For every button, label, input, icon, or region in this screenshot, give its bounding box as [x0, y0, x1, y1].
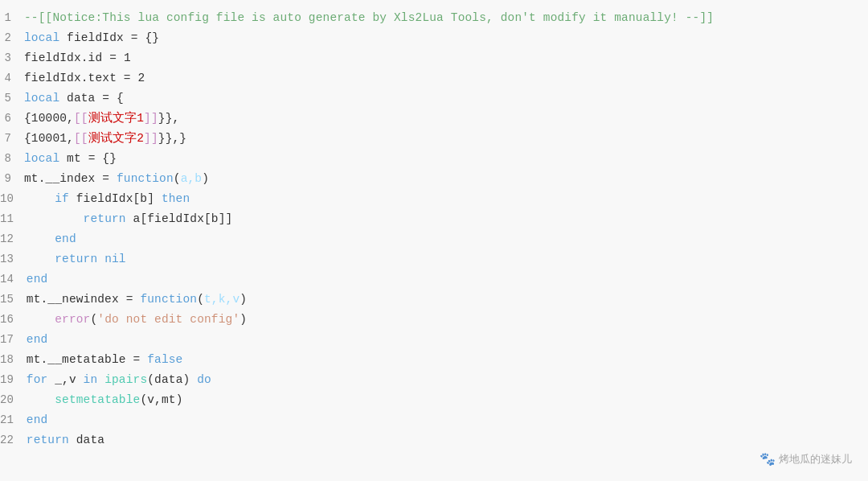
- code-segment: =: [109, 51, 124, 64]
- code-segment: return: [55, 253, 97, 265]
- code-line: 18mt.__metatable = false: [0, 350, 868, 370]
- code-segment: then: [162, 192, 190, 205]
- code-segment: mt.__metatable: [27, 353, 133, 366]
- code-segment: ]]: [144, 112, 158, 125]
- line-content: local fieldIdx = {}: [24, 28, 159, 48]
- code-segment: ): [202, 172, 209, 185]
- code-segment: function: [140, 293, 197, 306]
- line-content: return data: [27, 430, 104, 450]
- code-segment: in: [84, 373, 98, 386]
- code-segment: {}: [102, 152, 117, 165]
- code-segment: error: [55, 313, 90, 326]
- line-content: if fieldIdx[b] then: [27, 189, 190, 209]
- code-segment: a[fieldIdx[b]]: [126, 212, 233, 225]
- code-line: 13 return nil: [0, 249, 868, 269]
- code-segment: =: [88, 152, 103, 165]
- code-line: 9mt.__index = function(a,b): [0, 169, 868, 189]
- line-content: mt.__index = function(a,b): [24, 169, 209, 189]
- line-content: local data = {: [24, 88, 124, 109]
- line-content: end: [27, 330, 48, 350]
- line-number: 13: [0, 249, 27, 269]
- code-line: 12 end: [0, 229, 868, 249]
- watermark: 🐾 烤地瓜的迷妹儿: [760, 451, 852, 467]
- code-segment: [27, 232, 55, 245]
- code-line: 19for _,v in ipairs(data) do: [0, 370, 868, 390]
- code-segment: data: [154, 373, 182, 386]
- code-line: 11 return a[fieldIdx[b]]: [0, 209, 868, 229]
- line-number: 7: [0, 129, 24, 149]
- code-line: 3fieldIdx.id = 1: [0, 48, 868, 68]
- code-segment: fieldIdx[b]: [69, 192, 162, 205]
- code-segment: mt.__index: [24, 172, 102, 185]
- line-content: for _,v in ipairs(data) do: [27, 370, 211, 390]
- line-number: 16: [0, 310, 27, 330]
- code-segment: =: [124, 72, 138, 84]
- code-segment: a,b: [181, 172, 203, 185]
- line-content: end: [27, 229, 76, 249]
- code-segment: end: [27, 413, 48, 426]
- code-line: 20 setmetatable(v,mt): [0, 390, 868, 410]
- line-content: mt.__metatable = false: [27, 350, 183, 370]
- code-segment: data: [69, 434, 104, 446]
- code-line: 21end: [0, 410, 868, 430]
- code-segment: =: [133, 353, 148, 366]
- code-segment: ): [240, 313, 247, 326]
- code-segment: 测试文字1: [88, 112, 144, 125]
- line-number: 9: [0, 169, 24, 189]
- code-line: 7{10001,[[测试文字2]]}},}: [0, 129, 868, 149]
- line-content: --[[Notice:This lua config file is auto …: [24, 8, 714, 28]
- line-content: {10001,[[测试文字2]]}},}: [24, 129, 186, 149]
- code-segment: (: [140, 393, 147, 406]
- line-content: setmetatable(v,mt): [27, 390, 183, 410]
- code-segment: return: [84, 212, 126, 225]
- code-segment: ]]: [144, 132, 158, 145]
- code-segment: mt.__newindex: [27, 293, 126, 306]
- code-line: 14end: [0, 269, 868, 290]
- line-content: {10000,[[测试文字1]]}},: [24, 109, 179, 129]
- line-number: 1: [0, 8, 24, 28]
- code-segment: {10000,: [24, 112, 74, 125]
- code-line: 15mt.__newindex = function(t,k,v): [0, 290, 868, 310]
- code-line: 4fieldIdx.text = 2: [0, 68, 868, 88]
- code-segment: ): [183, 373, 198, 386]
- code-segment: [97, 373, 104, 386]
- code-segment: =: [102, 172, 117, 185]
- code-segment: [[: [74, 112, 88, 125]
- code-line: 5local data = {: [0, 88, 868, 109]
- code-segment: _,v: [47, 373, 83, 386]
- line-content: end: [27, 269, 48, 290]
- code-segment: local: [24, 92, 59, 105]
- code-segment: mt: [59, 152, 88, 165]
- line-content: mt.__newindex = function(t,k,v): [27, 290, 247, 310]
- code-segment: if: [55, 192, 69, 205]
- code-line: 16 error('do not edit config'): [0, 310, 868, 330]
- code-segment: return: [27, 434, 69, 446]
- code-segment: [27, 253, 55, 265]
- line-content: error('do not edit config'): [27, 310, 247, 330]
- code-segment: fieldIdx.id: [24, 51, 109, 64]
- code-segment: end: [55, 232, 76, 245]
- code-segment: end: [27, 333, 48, 346]
- code-segment: [27, 192, 55, 205]
- code-line: 22return data: [0, 430, 868, 450]
- line-number: 18: [0, 350, 27, 370]
- line-number: 6: [0, 109, 24, 129]
- code-segment: (: [147, 373, 154, 386]
- code-segment: ): [240, 293, 247, 306]
- line-number: 4: [0, 68, 24, 88]
- line-number: 3: [0, 48, 24, 68]
- line-number: 10: [0, 189, 27, 209]
- line-number: 5: [0, 88, 24, 109]
- code-segment: 'do not edit config': [97, 313, 240, 326]
- code-segment: (: [174, 172, 181, 185]
- code-segment: {}: [145, 31, 159, 44]
- line-number: 19: [0, 370, 27, 390]
- code-viewer: 1--[[Notice:This lua config file is auto…: [0, 0, 868, 481]
- line-content: fieldIdx.text = 2: [24, 68, 145, 88]
- line-number: 21: [0, 410, 27, 430]
- code-segment: t,k,v: [204, 293, 240, 306]
- code-segment: =: [102, 92, 117, 105]
- line-content: local mt = {}: [24, 149, 117, 169]
- code-segment: end: [27, 273, 48, 286]
- code-segment: data: [59, 92, 102, 105]
